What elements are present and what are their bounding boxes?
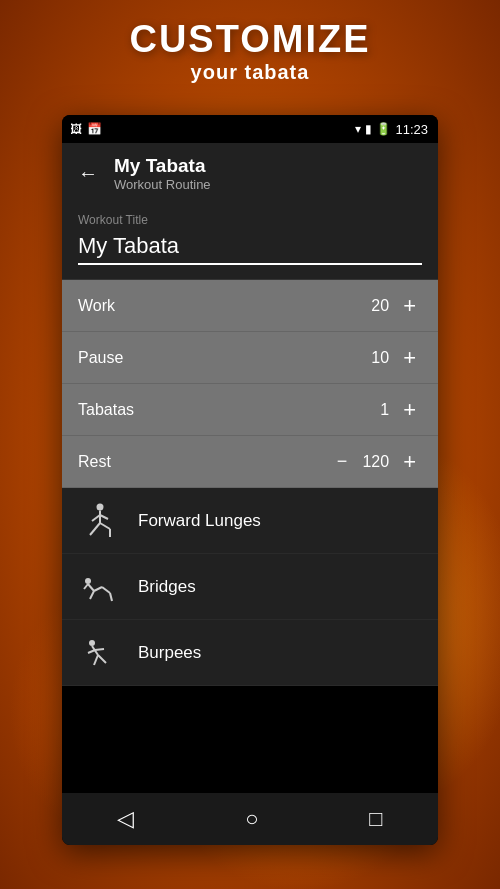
exercise-item-forward-lunges[interactable]: Forward Lunges bbox=[62, 488, 438, 554]
battery-icon: 🔋 bbox=[376, 122, 391, 136]
notification-icon-2: 📅 bbox=[87, 122, 102, 136]
burpees-icon bbox=[78, 631, 122, 675]
svg-point-14 bbox=[89, 640, 95, 646]
signal-icon: ▮ bbox=[365, 122, 372, 136]
setting-label-rest: Rest bbox=[78, 453, 111, 471]
setting-value-work: 20 bbox=[359, 297, 389, 315]
svg-line-9 bbox=[94, 587, 102, 591]
svg-line-6 bbox=[100, 515, 108, 519]
setting-plus-pause[interactable]: + bbox=[397, 345, 422, 371]
notification-icon-1: 🖼 bbox=[70, 122, 82, 136]
setting-controls-work: 20 + bbox=[359, 293, 422, 319]
exercise-item-burpees[interactable]: Burpees bbox=[62, 620, 438, 686]
forward-lunges-icon bbox=[78, 499, 122, 543]
svg-line-17 bbox=[95, 649, 104, 650]
setting-plus-rest[interactable]: + bbox=[397, 449, 422, 475]
nav-home-button[interactable]: ○ bbox=[225, 798, 278, 840]
setting-label-tabatas: Tabatas bbox=[78, 401, 134, 419]
exercise-list: Forward Lunges Bridges bbox=[62, 488, 438, 686]
setting-row-rest: Rest − 120 + bbox=[62, 436, 438, 488]
setting-row-pause: Pause 10 + bbox=[62, 332, 438, 384]
nav-recent-button[interactable]: □ bbox=[349, 798, 402, 840]
svg-line-3 bbox=[100, 523, 110, 529]
setting-value-tabatas: 1 bbox=[359, 401, 389, 419]
header-subtitle: your tabata bbox=[0, 61, 500, 84]
setting-label-work: Work bbox=[78, 297, 115, 315]
bridges-icon bbox=[78, 565, 122, 609]
screen-title: My Tabata bbox=[114, 155, 211, 177]
workout-title-section: Workout Title bbox=[62, 203, 438, 280]
settings-section: Work 20 + Pause 10 + Tabatas 1 + Rest − bbox=[62, 280, 438, 488]
exercise-item-bridges[interactable]: Bridges bbox=[62, 554, 438, 620]
svg-line-8 bbox=[88, 584, 94, 591]
setting-plus-tabatas[interactable]: + bbox=[397, 397, 422, 423]
setting-controls-rest: − 120 + bbox=[337, 449, 422, 475]
exercise-name-bridges: Bridges bbox=[138, 577, 196, 597]
top-bar-titles: My Tabata Workout Routine bbox=[114, 155, 211, 192]
screen-subtitle: Workout Routine bbox=[114, 177, 211, 192]
svg-line-16 bbox=[88, 650, 95, 653]
workout-title-label: Workout Title bbox=[78, 213, 422, 227]
setting-label-pause: Pause bbox=[78, 349, 123, 367]
setting-controls-pause: 10 + bbox=[359, 345, 422, 371]
top-bar: ← My Tabata Workout Routine bbox=[62, 143, 438, 203]
setting-minus-rest[interactable]: − bbox=[337, 451, 348, 472]
status-bar: 🖼 📅 ▾ ▮ 🔋 11:23 bbox=[62, 115, 438, 143]
nav-bar: ◁ ○ □ bbox=[62, 793, 438, 845]
page-header: CUSTOMIZE your tabata bbox=[0, 18, 500, 84]
setting-plus-work[interactable]: + bbox=[397, 293, 422, 319]
status-bar-left: 🖼 📅 bbox=[70, 122, 102, 136]
setting-value-pause: 10 bbox=[359, 349, 389, 367]
svg-line-13 bbox=[84, 584, 88, 589]
setting-row-work: Work 20 + bbox=[62, 280, 438, 332]
svg-line-18 bbox=[94, 655, 98, 665]
exercise-name-burpees: Burpees bbox=[138, 643, 201, 663]
exercise-name-forward-lunges: Forward Lunges bbox=[138, 511, 261, 531]
workout-title-input[interactable] bbox=[78, 233, 422, 265]
svg-point-0 bbox=[97, 503, 104, 510]
setting-controls-tabatas: 1 + bbox=[359, 397, 422, 423]
svg-line-10 bbox=[102, 587, 110, 593]
svg-point-7 bbox=[85, 578, 91, 584]
setting-value-rest: 120 bbox=[359, 453, 389, 471]
svg-line-12 bbox=[90, 591, 94, 599]
svg-line-19 bbox=[98, 655, 106, 663]
phone-screen: 🖼 📅 ▾ ▮ 🔋 11:23 ← My Tabata Workout Rout… bbox=[62, 115, 438, 845]
header-title: CUSTOMIZE bbox=[0, 18, 500, 61]
svg-line-11 bbox=[110, 593, 112, 601]
back-button[interactable]: ← bbox=[78, 162, 98, 185]
setting-row-tabatas: Tabatas 1 + bbox=[62, 384, 438, 436]
wifi-icon: ▾ bbox=[355, 122, 361, 136]
svg-line-2 bbox=[90, 523, 100, 535]
status-bar-right: ▾ ▮ 🔋 11:23 bbox=[355, 122, 428, 137]
time-display: 11:23 bbox=[395, 122, 428, 137]
svg-line-5 bbox=[92, 515, 100, 521]
nav-back-button[interactable]: ◁ bbox=[97, 798, 154, 840]
